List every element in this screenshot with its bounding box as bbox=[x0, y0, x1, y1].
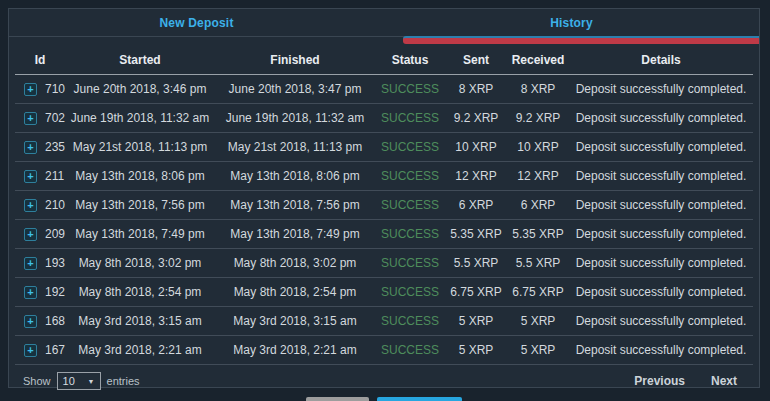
row-id: 210 bbox=[45, 198, 65, 212]
column-header-received[interactable]: Received bbox=[507, 48, 569, 75]
row-id: 193 bbox=[45, 256, 65, 270]
row-status-badge: SUCCESS bbox=[375, 278, 445, 307]
row-details: Deposit successfully completed. bbox=[569, 220, 753, 249]
row-id: 710 bbox=[45, 82, 65, 96]
row-details: Deposit successfully completed. bbox=[569, 162, 753, 191]
row-sent: 5.35 XRP bbox=[445, 220, 507, 249]
row-finished: May 8th 2018, 2:54 pm bbox=[215, 278, 375, 307]
row-finished: May 21st 2018, 11:13 pm bbox=[215, 133, 375, 162]
expand-row-icon[interactable]: + bbox=[24, 257, 37, 270]
row-status-badge: SUCCESS bbox=[375, 249, 445, 278]
table-row: + 193 May 8th 2018, 3:02 pm May 8th 2018… bbox=[15, 249, 753, 278]
row-sent: 10 XRP bbox=[445, 133, 507, 162]
expand-row-icon[interactable]: + bbox=[24, 228, 37, 241]
row-status-badge: SUCCESS bbox=[375, 104, 445, 133]
row-sent: 8 XRP bbox=[445, 75, 507, 104]
tab-bar: New Deposit History bbox=[9, 9, 759, 37]
column-header-status[interactable]: Status bbox=[375, 48, 445, 75]
column-header-id[interactable]: Id bbox=[15, 48, 65, 75]
row-finished: May 3rd 2018, 3:15 am bbox=[215, 307, 375, 336]
row-started: May 8th 2018, 3:02 pm bbox=[65, 249, 215, 278]
row-started: May 21st 2018, 11:13 pm bbox=[65, 133, 215, 162]
column-header-sent[interactable]: Sent bbox=[445, 48, 507, 75]
row-started: May 13th 2018, 7:49 pm bbox=[65, 220, 215, 249]
row-started: June 20th 2018, 3:46 pm bbox=[65, 75, 215, 104]
expand-row-icon[interactable]: + bbox=[24, 112, 37, 125]
expand-row-icon[interactable]: + bbox=[24, 286, 37, 299]
previous-page-button[interactable]: Previous bbox=[634, 374, 685, 388]
table-row: + 168 May 3rd 2018, 3:15 am May 3rd 2018… bbox=[15, 307, 753, 336]
row-finished: May 3rd 2018, 2:21 am bbox=[215, 336, 375, 365]
row-sent: 6 XRP bbox=[445, 191, 507, 220]
expand-row-icon[interactable]: + bbox=[24, 315, 37, 328]
table-row: + 167 May 3rd 2018, 2:21 am May 3rd 2018… bbox=[15, 336, 753, 365]
row-sent: 5 XRP bbox=[445, 336, 507, 365]
row-details: Deposit successfully completed. bbox=[569, 75, 753, 104]
row-finished: May 8th 2018, 3:02 pm bbox=[215, 249, 375, 278]
active-tab-underline bbox=[403, 36, 759, 44]
row-details: Deposit successfully completed. bbox=[569, 336, 753, 365]
show-label: Show bbox=[23, 375, 51, 387]
column-header-finished[interactable]: Finished bbox=[215, 48, 375, 75]
row-details: Deposit successfully completed. bbox=[569, 307, 753, 336]
row-details: Deposit successfully completed. bbox=[569, 191, 753, 220]
history-table-wrap: Id Started Finished Status Sent Received… bbox=[15, 48, 753, 365]
next-page-button[interactable]: Next bbox=[711, 374, 737, 388]
table-row: + 702 June 19th 2018, 11:32 am June 19th… bbox=[15, 104, 753, 133]
row-id: 702 bbox=[45, 111, 65, 125]
chevron-down-icon: ▼ bbox=[88, 378, 95, 385]
tab-new-deposit[interactable]: New Deposit bbox=[9, 9, 384, 36]
row-id: 209 bbox=[45, 227, 65, 241]
history-table: Id Started Finished Status Sent Received… bbox=[15, 48, 753, 365]
row-sent: 5.5 XRP bbox=[445, 249, 507, 278]
table-footer: Show 10 ▼ entries Previous Next bbox=[9, 365, 759, 390]
row-started: May 13th 2018, 8:06 pm bbox=[65, 162, 215, 191]
row-started: June 19th 2018, 11:32 am bbox=[65, 104, 215, 133]
row-received: 10 XRP bbox=[507, 133, 569, 162]
row-received: 8 XRP bbox=[507, 75, 569, 104]
entries-select[interactable]: 10 ▼ bbox=[57, 372, 101, 390]
entries-select-value: 10 bbox=[63, 375, 75, 387]
row-finished: May 13th 2018, 8:06 pm bbox=[215, 162, 375, 191]
row-details: Deposit successfully completed. bbox=[569, 249, 753, 278]
row-id: 235 bbox=[45, 140, 65, 154]
row-status-badge: SUCCESS bbox=[375, 133, 445, 162]
row-status-badge: SUCCESS bbox=[375, 191, 445, 220]
row-started: May 3rd 2018, 2:21 am bbox=[65, 336, 215, 365]
column-header-details[interactable]: Details bbox=[569, 48, 753, 75]
row-details: Deposit successfully completed. bbox=[569, 104, 753, 133]
tab-history[interactable]: History bbox=[384, 9, 759, 36]
row-sent: 9.2 XRP bbox=[445, 104, 507, 133]
row-id: 167 bbox=[45, 343, 65, 357]
row-sent: 12 XRP bbox=[445, 162, 507, 191]
row-id: 211 bbox=[45, 169, 64, 183]
table-row: + 192 May 8th 2018, 2:54 pm May 8th 2018… bbox=[15, 278, 753, 307]
row-status-badge: SUCCESS bbox=[375, 162, 445, 191]
row-received: 6 XRP bbox=[507, 191, 569, 220]
expand-row-icon[interactable]: + bbox=[24, 141, 37, 154]
row-received: 6.75 XRP bbox=[507, 278, 569, 307]
expand-row-icon[interactable]: + bbox=[24, 83, 37, 96]
expand-row-icon[interactable]: + bbox=[24, 170, 37, 183]
entries-label: entries bbox=[107, 375, 140, 387]
row-details: Deposit successfully completed. bbox=[569, 133, 753, 162]
row-started: May 13th 2018, 7:56 pm bbox=[65, 191, 215, 220]
pagination: Previous Next bbox=[634, 374, 737, 388]
column-header-started[interactable]: Started bbox=[65, 48, 215, 75]
page-length-control: Show 10 ▼ entries bbox=[23, 372, 140, 390]
deposit-panel: New Deposit History Id Started Finished … bbox=[8, 8, 760, 388]
expand-row-icon[interactable]: + bbox=[24, 344, 37, 357]
row-finished: May 13th 2018, 7:56 pm bbox=[215, 191, 375, 220]
table-header-row: Id Started Finished Status Sent Received… bbox=[15, 48, 753, 75]
row-received: 5.5 XRP bbox=[507, 249, 569, 278]
row-status-badge: SUCCESS bbox=[375, 220, 445, 249]
table-row: + 710 June 20th 2018, 3:46 pm June 20th … bbox=[15, 75, 753, 104]
row-status-badge: SUCCESS bbox=[375, 336, 445, 365]
expand-row-icon[interactable]: + bbox=[24, 199, 37, 212]
refresh-button[interactable]: ↻ Refresh bbox=[377, 397, 463, 401]
table-row: + 210 May 13th 2018, 7:56 pm May 13th 20… bbox=[15, 191, 753, 220]
row-received: 9.2 XRP bbox=[507, 104, 569, 133]
row-details: Deposit successfully completed. bbox=[569, 278, 753, 307]
back-button[interactable]: ‹ Back bbox=[306, 397, 369, 401]
row-finished: June 20th 2018, 3:47 pm bbox=[215, 75, 375, 104]
